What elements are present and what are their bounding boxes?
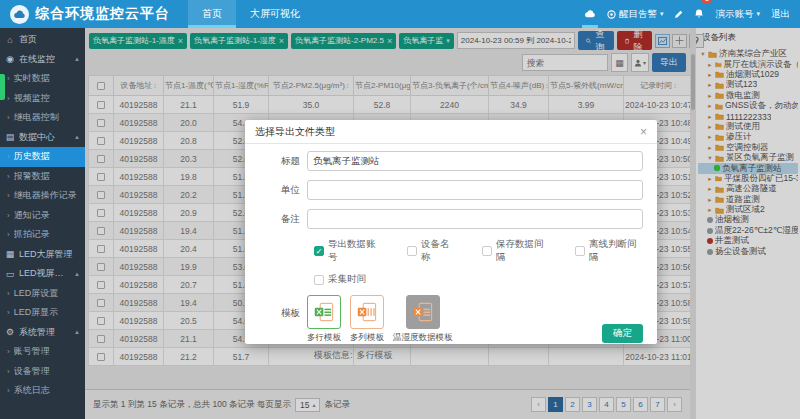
template-option-selected[interactable]: 多行模板 [307, 295, 341, 344]
home-icon: ⌂ [5, 35, 15, 45]
sidebar-item-label: 实时数据 [14, 72, 50, 85]
checkbox-icon [575, 246, 585, 256]
excel-file-icon [357, 302, 377, 322]
monitor-icon: ◉ [5, 54, 15, 64]
sidebar-item[interactable]: ›继电器操作记录 [0, 186, 85, 206]
sidebar-item[interactable]: ›视频监控 [0, 89, 85, 109]
sidebar-item[interactable]: ›报警数据 [0, 167, 85, 187]
template-info: 模板信息: 多行模板 [314, 349, 643, 362]
notifications-bell[interactable]: 1 [694, 0, 704, 28]
sidebar-item[interactable]: ⚙系统管理▲ [0, 323, 85, 343]
close-icon[interactable]: × [640, 126, 647, 138]
sidebar-item[interactable]: ›账号管理 [0, 342, 85, 362]
sidebar-item[interactable]: ›实时数据 [0, 69, 85, 89]
template-option[interactable]: 多列模板 [350, 295, 384, 344]
app-title: 综合环境监控云平台 [35, 5, 170, 23]
export-dialog: 选择导出文件类型 × 标题单位备注 ✓导出数据账号设备名称保存数据间隔离线判断间… [245, 120, 657, 344]
sidebar-item-label: 通知记录 [14, 209, 50, 222]
sidebar-item-label: 在线监控 [19, 53, 55, 66]
bell-icon [694, 9, 704, 19]
side-widget-handle[interactable] [0, 74, 5, 100]
chevron-right-icon: › [7, 191, 10, 200]
account-menu[interactable]: 演示账号 ▾ [715, 0, 760, 28]
chevron-right-icon: › [7, 94, 10, 103]
top-nav-tab[interactable]: 大屏可视化 [236, 0, 314, 28]
sidebar-item-label: 数据中心 [19, 131, 55, 144]
excel-file-icon [413, 302, 433, 322]
sidebar-item[interactable]: ▤数据中心▲ [0, 128, 85, 148]
dialog-field-label: 单位 [255, 184, 307, 197]
edit-icon[interactable] [674, 0, 683, 28]
template-info-value: 多行模板 [357, 349, 393, 362]
sidebar-item-label: 账号管理 [14, 345, 50, 358]
alert-label: 醒目告警 [619, 8, 657, 21]
dialog-field: 标题 [255, 151, 643, 171]
sidebar-item[interactable]: ⌂首页 [0, 30, 85, 50]
chevron-right-icon: › [7, 113, 10, 122]
export-option-label: 采集时间 [328, 273, 366, 286]
export-option-checkbox[interactable]: 采集时间 [314, 273, 366, 286]
app-logo: 综合环境监控云平台 [0, 0, 180, 28]
sidebar-item[interactable]: ›设备管理 [0, 362, 85, 382]
dialog-field-input[interactable] [307, 151, 643, 171]
export-option-label: 离线判断间隔 [589, 238, 643, 264]
dialog-field-input[interactable] [307, 180, 643, 200]
sidebar-item[interactable]: ›通知记录 [0, 206, 85, 226]
sidebar-item[interactable]: ▭LED视屏显示▲ [0, 264, 85, 284]
topbar-right: 醒目告警 ▾ 1 演示账号 ▾ 退出 [584, 0, 800, 28]
chevron-right-icon: › [7, 74, 10, 83]
cloud-status-icon[interactable] [584, 0, 596, 28]
sidebar-item[interactable]: ›系统日志 [0, 381, 85, 401]
logout-button[interactable]: 退出 [771, 0, 790, 28]
sidebar-item-label: 报警数据 [14, 170, 50, 183]
template-info-label: 模板信息: [314, 349, 353, 362]
template-row: 模板 多行模板多列模板温湿度数据模板 [255, 295, 643, 344]
excel-file-icon [314, 302, 334, 322]
export-option-label: 导出数据账号 [328, 238, 382, 264]
alert-menu[interactable]: 醒目告警 ▾ [607, 0, 664, 28]
sidebar-item[interactable]: ›抓拍记录 [0, 225, 85, 245]
template-option-label: 多行模板 [307, 332, 341, 344]
template-card [350, 295, 384, 329]
dialog-field-input[interactable] [307, 209, 643, 229]
cloud-logo-icon [10, 5, 29, 24]
sidebar-item-label: 首页 [19, 33, 37, 46]
sidebar-item[interactable]: ›LED屏设置 [0, 284, 85, 304]
app-window: 综合环境监控云平台 首页大屏可视化 醒目告警 ▾ 1 演示账号 ▾ [0, 0, 800, 419]
sidebar-item-label: 继电器控制 [14, 111, 59, 124]
export-option-checkbox[interactable]: 设备名称 [407, 238, 457, 264]
sidebar-item-label: 系统管理 [19, 326, 55, 339]
sidebar-item-label: 设备管理 [14, 365, 50, 378]
main-area: ⌂首页◉在线监控▲›实时数据›视频监控›继电器控制▤数据中心▲›历史数据›报警数… [0, 28, 800, 419]
sidebar-item[interactable]: ▦LED大屏管理 [0, 245, 85, 265]
sidebar-item-label: LED屏显示 [14, 306, 59, 319]
export-option-checkbox[interactable]: ✓导出数据账号 [314, 238, 382, 264]
export-options-row: ✓导出数据账号设备名称保存数据间隔离线判断间隔 [314, 238, 643, 264]
dialog-header: 选择导出文件类型 × [245, 120, 657, 144]
confirm-button[interactable]: 确定 [602, 324, 643, 343]
sidebar-item[interactable]: ›历史数据 [0, 147, 85, 167]
chevron-right-icon: › [7, 347, 10, 356]
sidebar-item[interactable]: ›LED屏显示 [0, 303, 85, 323]
notification-badge: 1 [702, 0, 711, 3]
sidebar-item[interactable]: ◉在线监控▲ [0, 50, 85, 70]
caret-up-icon: ▲ [74, 329, 80, 335]
template-option[interactable]: 温湿度数据模板 [393, 295, 453, 344]
chevron-right-icon: › [7, 367, 10, 376]
template-option-label: 多列模板 [350, 332, 384, 344]
caret-up-icon: ▲ [74, 134, 80, 140]
alert-icon [607, 10, 616, 19]
account-label: 演示账号 [715, 8, 753, 21]
template-label: 模板 [255, 307, 307, 320]
dialog-field-label: 标题 [255, 155, 307, 168]
chevron-right-icon: › [7, 386, 10, 395]
sidebar-item[interactable]: ›继电器控制 [0, 108, 85, 128]
top-navbar: 综合环境监控云平台 首页大屏可视化 醒目告警 ▾ 1 演示账号 ▾ [0, 0, 800, 28]
checkbox-icon [482, 246, 492, 256]
top-nav-tabs: 首页大屏可视化 [188, 0, 314, 28]
top-nav-tab[interactable]: 首页 [188, 0, 236, 28]
sidebar-item-label: 历史数据 [14, 150, 50, 163]
sidebar-item-label: 系统日志 [14, 384, 50, 397]
export-option-checkbox[interactable]: 保存数据间隔 [482, 238, 550, 264]
export-option-checkbox[interactable]: 离线判断间隔 [575, 238, 643, 264]
